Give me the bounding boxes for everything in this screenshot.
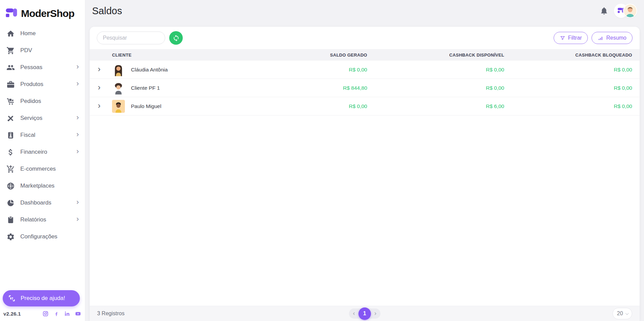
sidebar-item-dashboards[interactable]: Dashboards › xyxy=(0,194,85,211)
refresh-icon xyxy=(173,35,180,42)
client-avatar xyxy=(112,100,125,113)
cashback-bloqueado-value: R$ 0,00 xyxy=(504,67,640,73)
table-footer: 3 Registros ‹ 1 › 20 xyxy=(90,306,640,321)
cashback-disponivel-value: R$ 0,00 xyxy=(367,67,504,73)
clipboard-icon xyxy=(6,216,15,224)
refresh-button[interactable] xyxy=(169,31,183,45)
client-avatar xyxy=(112,82,125,94)
dollar-icon xyxy=(6,148,15,156)
chevron-right-icon: › xyxy=(76,148,79,155)
table-toolbar: Filtrar Resumo xyxy=(90,27,640,49)
summary-button[interactable]: Resumo xyxy=(592,32,632,44)
toolbar-actions: Filtrar Resumo xyxy=(554,32,632,44)
pie-chart-icon xyxy=(6,199,15,207)
saldo-gerado-value: R$ 844,80 xyxy=(266,85,367,91)
column-cliente: CLIENTE xyxy=(109,52,266,58)
column-cashback-disponivel: CASHBACK DISPONÍVEL xyxy=(367,52,504,58)
id-card-icon xyxy=(6,131,15,140)
row-expand-icon[interactable]: › xyxy=(98,83,101,91)
chevron-right-icon: › xyxy=(76,131,79,138)
chevron-right-icon: › xyxy=(76,198,79,206)
sidebar-menu: Home PDV Pessoas › Produtos › Pedidos Se… xyxy=(0,24,85,245)
column-cashback-bloqueado: CASHBACK BLOQUEADO xyxy=(504,52,640,58)
help-button[interactable]: Preciso de ajuda! xyxy=(3,290,80,306)
chevron-right-icon: › xyxy=(76,114,79,121)
cashback-disponivel-value: R$ 6,00 xyxy=(367,103,504,109)
chevron-down-icon xyxy=(625,312,629,315)
main-area: Saldos Filtrar xyxy=(85,0,644,321)
sidebar-item-pdv[interactable]: PDV xyxy=(0,42,85,59)
page-title: Saldos xyxy=(92,5,122,17)
user-avatar[interactable] xyxy=(624,4,637,17)
row-expand-icon[interactable]: › xyxy=(98,65,101,73)
linkedin-icon[interactable] xyxy=(64,311,70,317)
client-name: Cliente PF 1 xyxy=(131,85,160,91)
chevron-right-icon: › xyxy=(76,63,79,70)
social-links xyxy=(43,311,81,317)
client-name: Cláudia Antônia xyxy=(131,67,168,73)
sidebar-item-fiscal[interactable]: Fiscal › xyxy=(0,127,85,144)
cashback-disponivel-value: R$ 0,00 xyxy=(367,85,504,91)
globe-icon xyxy=(6,182,15,190)
chevron-right-icon: › xyxy=(76,215,79,223)
table-row[interactable]: › Cliente PF 1 R$ 844,80 R$ 0,00 R$ 0,00 xyxy=(90,79,640,97)
tools-icon xyxy=(6,114,15,123)
sidebar-item-pessoas[interactable]: Pessoas › xyxy=(0,59,85,76)
search-input[interactable] xyxy=(97,31,165,44)
modershop-logo-icon xyxy=(5,7,18,20)
instagram-icon[interactable] xyxy=(43,311,48,317)
sidebar-item-financeiro[interactable]: Financeiro › xyxy=(0,144,85,160)
brand-logo[interactable]: ModerShop xyxy=(0,0,85,24)
facebook-icon[interactable] xyxy=(53,311,59,317)
sidebar-item-relatorios[interactable]: Relatórios › xyxy=(0,211,85,228)
pagination: ‹ 1 › xyxy=(349,308,381,319)
help-button-label: Preciso de ajuda! xyxy=(21,295,65,302)
page-size-select[interactable]: 20 xyxy=(613,308,632,319)
funnel-icon xyxy=(560,35,565,41)
table-row[interactable]: › Cláudia Antônia R$ 0,00 R$ 0,00 R$ 0,0… xyxy=(90,61,640,79)
client-avatar xyxy=(112,63,125,76)
youtube-icon[interactable] xyxy=(75,311,81,317)
topbar: Saldos xyxy=(85,0,644,22)
sidebar-item-produtos[interactable]: Produtos › xyxy=(0,76,85,93)
gear-icon xyxy=(6,233,15,241)
table-row[interactable]: › Paulo Miguel R$ 0,00 R$ 6,00 R$ 0,00 xyxy=(90,97,640,115)
sidebar: ModerShop Home PDV Pessoas › Produtos › … xyxy=(0,0,85,321)
filter-button[interactable]: Filtrar xyxy=(554,32,588,44)
content-card: Filtrar Resumo CLIENTE SALDO GERADO CASH… xyxy=(90,27,640,321)
table-empty-space xyxy=(90,115,640,306)
account-avatars xyxy=(615,4,637,17)
sidebar-item-home[interactable]: Home xyxy=(0,25,85,42)
saldo-gerado-value: R$ 0,00 xyxy=(266,67,367,73)
brand-name: ModerShop xyxy=(21,8,74,19)
saldo-gerado-value: R$ 0,00 xyxy=(266,103,367,109)
row-expand-icon[interactable]: › xyxy=(98,102,101,110)
user-avatar-image xyxy=(624,4,637,17)
records-count: 3 Registros xyxy=(97,311,125,317)
topbar-right xyxy=(600,4,637,17)
sidebar-item-ecommerces[interactable]: E-commerces xyxy=(0,160,85,177)
people-icon xyxy=(6,63,15,72)
table-header: CLIENTE SALDO GERADO CASHBACK DISPONÍVEL… xyxy=(90,49,640,61)
package-icon xyxy=(6,80,15,89)
trolley-icon xyxy=(6,97,15,106)
cashback-bloqueado-value: R$ 0,00 xyxy=(504,103,640,109)
cart-plus-icon xyxy=(6,165,15,173)
chevron-right-icon: › xyxy=(76,80,79,87)
help-logo-icon xyxy=(7,294,16,303)
sidebar-bottom: v2.26.1 xyxy=(3,308,81,319)
previous-page-icon[interactable]: ‹ xyxy=(353,310,355,316)
current-page-button[interactable]: 1 xyxy=(358,307,371,320)
cashback-bloqueado-value: R$ 0,00 xyxy=(504,85,640,91)
bar-chart-icon xyxy=(598,35,603,41)
app-version: v2.26.1 xyxy=(3,311,21,317)
sidebar-item-pedidos[interactable]: Pedidos xyxy=(0,93,85,110)
client-name: Paulo Miguel xyxy=(131,103,161,109)
notifications-bell-icon[interactable] xyxy=(600,6,608,15)
cart-icon xyxy=(6,46,15,55)
sidebar-item-configuracoes[interactable]: Configurações xyxy=(0,228,85,245)
sidebar-item-servicos[interactable]: Serviços › xyxy=(0,110,85,127)
sidebar-item-marketplaces[interactable]: Marketplaces xyxy=(0,177,85,194)
next-page-icon[interactable]: › xyxy=(374,310,376,316)
column-saldo-gerado: SALDO GERADO xyxy=(266,52,367,58)
